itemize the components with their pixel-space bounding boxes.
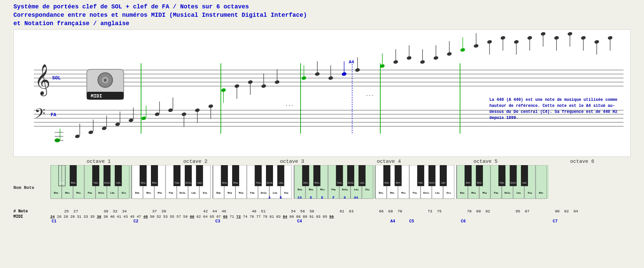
- note-numbers-row: 25 27 30 32 34 37 39 42 44 46 49 51 54 5…: [50, 209, 631, 213]
- cn-labels-row: C1 C2 C3 C4 A4 C5 C6 C7: [50, 219, 631, 224]
- svg-point-39: [115, 122, 120, 126]
- midi-37-47: 38 40 41 43 45 47: [103, 215, 143, 219]
- svg-text:La₅: La₅: [435, 191, 439, 194]
- svg-text:Fa₃: Fa₃: [250, 191, 255, 194]
- nom-note-label: Nom Note: [13, 165, 50, 190]
- svg-text:B: B: [280, 196, 282, 200]
- svg-text:La₆: La₆: [517, 191, 521, 194]
- svg-text:Fa#₅: Fa#₅: [418, 182, 423, 184]
- svg-point-41: [128, 118, 134, 122]
- piano-keyboard-wrapper: Do₁ Re₁ Mi₁ Fa₁ Sol₁ La₁ Si₁ Do#₁ Re#₁ F…: [50, 165, 631, 207]
- svg-text:Mi₅: Mi₅: [401, 191, 406, 194]
- midi-c7: 96: [329, 215, 334, 219]
- svg-text:♪: ♪: [104, 77, 107, 83]
- svg-text:Re₁: Re₁: [65, 191, 69, 194]
- svg-point-43: [141, 116, 147, 120]
- svg-text:Do₅: Do₅: [379, 191, 383, 194]
- svg-text:Re₅: Re₅: [390, 191, 394, 194]
- svg-text:Do₁: Do₁: [54, 191, 58, 194]
- midi-a4: 69: [223, 215, 227, 219]
- svg-text:···: ···: [285, 103, 293, 108]
- svg-text:Sol#₃: Sol#₃: [267, 182, 273, 184]
- svg-text:Mi₃: Mi₃: [239, 191, 243, 194]
- svg-text:Sol₃: Sol₃: [261, 191, 267, 194]
- svg-text:La#₂: La#₂: [197, 182, 202, 184]
- midi-c3: 48: [143, 215, 148, 219]
- svg-text:Re#₂: Re#₂: [152, 182, 157, 184]
- c1-label: C1: [50, 219, 132, 224]
- svg-text:Mi₄: Mi₄: [320, 188, 324, 191]
- svg-text:Fa₁: Fa₁: [88, 191, 92, 194]
- svg-text:La#₄: La#₄: [360, 182, 365, 184]
- octave-label-6: octave 6: [534, 159, 631, 164]
- header-line2: Correspondance entre notes et numéros MI…: [13, 11, 631, 19]
- svg-text:Mi₂: Mi₂: [158, 191, 162, 194]
- c3-label: C3: [214, 219, 296, 224]
- svg-text:Re₃: Re₃: [228, 191, 232, 194]
- svg-text:G: G: [344, 196, 346, 200]
- svg-text:Sol#₆: Sol#₆: [510, 182, 516, 184]
- svg-text:FA: FA: [51, 112, 56, 118]
- header-line1: Système de portées clef de SOL + clef de…: [13, 3, 631, 11]
- svg-text:La#₃: La#₃: [278, 182, 283, 184]
- svg-text:Do₆: Do₆: [460, 191, 465, 194]
- svg-text:Si₄: Si₄: [365, 188, 370, 191]
- svg-text:Sol#₄: Sol#₄: [348, 182, 354, 184]
- midi-c5: 72: [236, 215, 241, 219]
- note-number-label: # Note: [13, 209, 50, 214]
- svg-text:Sol₄: Sol₄: [342, 188, 348, 191]
- svg-text:A: A: [268, 196, 270, 200]
- midi-25-35: 26 28 29 31 33 35: [57, 215, 97, 219]
- svg-text:Si₃: Si₃: [284, 191, 288, 194]
- staff-svg: 𝄞 SOL 𝄢 FA ♪ MIDI A4: [14, 30, 630, 157]
- c6-label: C6: [460, 219, 553, 224]
- svg-text:La₁: La₁: [110, 191, 115, 194]
- svg-text:Do#₁: Do#₁: [60, 182, 65, 184]
- svg-text:Fa₆: Fa₆: [494, 191, 498, 194]
- midi-49-59: 50 52 53 55 57 59: [150, 215, 190, 219]
- svg-point-45: [154, 112, 160, 116]
- svg-text:Si₅: Si₅: [446, 191, 451, 194]
- note-numbers-section: # Note 25 27 30 32 34 37 39 42 44 46 49 …: [13, 209, 631, 214]
- staff-area: 𝄞 SOL 𝄢 FA ♪ MIDI A4: [13, 29, 631, 157]
- svg-text:Sol₂: Sol₂: [179, 191, 185, 194]
- svg-text:Sol#₁: Sol#₁: [104, 182, 110, 184]
- header-line3: et Notation française / anglaise: [13, 19, 631, 28]
- c4-label: C4: [296, 219, 378, 224]
- svg-text:Mi₁: Mi₁: [76, 191, 81, 194]
- info-box: La 440 (A 440) est une note de musique u…: [489, 97, 624, 121]
- svg-text:𝄢: 𝄢: [35, 106, 45, 125]
- svg-text:Si₆: Si₆: [528, 191, 532, 194]
- svg-text:Do₄: Do₄: [298, 188, 302, 191]
- svg-text:Do₃: Do₃: [216, 191, 221, 194]
- svg-text:La#₁: La#₁: [116, 182, 121, 184]
- svg-text:Re#₆: Re#₆: [477, 182, 482, 184]
- svg-text:···: ···: [366, 93, 374, 98]
- svg-text:Si₁: Si₁: [121, 191, 126, 194]
- keyboard-section: Nom Note Do₁ Re₁ Mi₁ Fa₁ Sol₁ La₁ Si₁ Do…: [13, 165, 631, 207]
- svg-text:Re#₁: Re#₁: [71, 182, 76, 184]
- svg-text:A4: A4: [349, 60, 354, 65]
- svg-text:Re#₃: Re#₃: [233, 182, 238, 184]
- midi-c6: 84: [283, 215, 287, 219]
- svg-text:Sol₅: Sol₅: [423, 191, 429, 194]
- midi-61-67: 62 64 65 67: [197, 215, 223, 219]
- svg-text:Do#₆: Do#₆: [466, 182, 471, 184]
- svg-text:Fa#₁: Fa#₁: [94, 182, 99, 184]
- svg-text:D: D: [310, 196, 312, 200]
- svg-point-37: [102, 126, 107, 130]
- midi-85-95: 86 88 89 91 93 95: [289, 215, 329, 219]
- svg-text:La₂: La₂: [192, 191, 196, 194]
- svg-text:Fa₄: Fa₄: [331, 188, 336, 191]
- svg-text:Fa#₃: Fa#₃: [256, 182, 261, 184]
- midi-numbers-row: 24 26 28 29 31 33 35 36 38 40 41 43 45 4…: [50, 215, 631, 219]
- svg-text:Re₂: Re₂: [146, 191, 151, 194]
- svg-text:Sol₆: Sol₆: [504, 191, 511, 194]
- a4-label-bottom: A4: [378, 219, 408, 224]
- svg-text:Sol#₂: Sol#₂: [185, 182, 192, 184]
- svg-text:Re#₅: Re#₅: [396, 182, 401, 184]
- svg-point-35: [88, 130, 94, 134]
- svg-text:Do#₂: Do#₂: [141, 182, 146, 184]
- c5-label: C5: [408, 219, 460, 224]
- svg-text:Sol#₅: Sol#₅: [429, 182, 435, 184]
